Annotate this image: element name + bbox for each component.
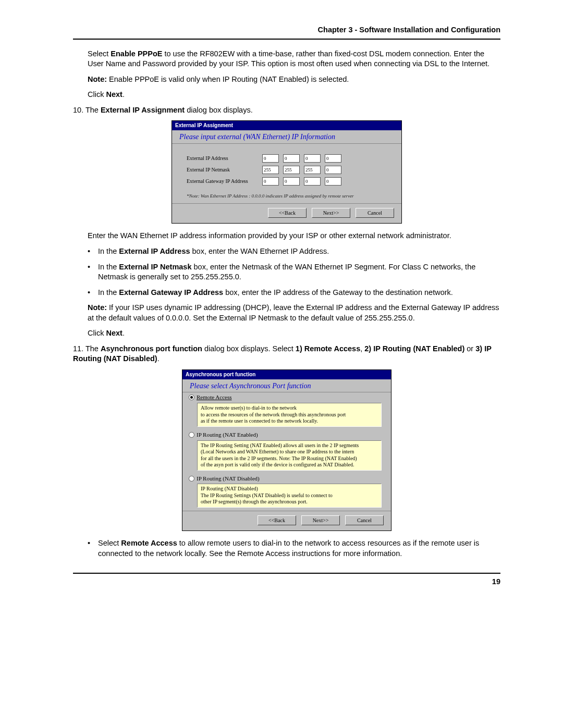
radio-icon[interactable] [189, 432, 194, 438]
text: . [123, 329, 125, 337]
dialog-button-row: <<Back Next>> Cancel [172, 203, 401, 224]
text: . [123, 90, 125, 98]
dialog-note: *Note: Wan Ethernet IP Address : 0.0.0.0… [187, 191, 392, 199]
text: Click [88, 90, 106, 98]
opt1: 1) Remote Access [296, 344, 360, 353]
desc-remote-access: Allow remote user(s) to dial-in to the n… [197, 403, 382, 427]
back-button[interactable]: <<Back [268, 208, 307, 218]
t: dialog box displays. Select [202, 344, 296, 353]
radio-label: Remote Access [197, 393, 232, 401]
ip-octet-input[interactable]: 255 [283, 166, 300, 174]
t: box, enter the IP address of the Gateway… [223, 288, 453, 297]
ip-octet-input[interactable]: 0 [283, 177, 300, 186]
note-label: Note: [88, 303, 107, 312]
next-button[interactable]: Next>> [301, 515, 340, 526]
bullet-icon: • [88, 262, 98, 282]
ip-octet-input[interactable]: 0 [262, 154, 279, 163]
text: In the External IP Netmask box, enter th… [98, 262, 500, 282]
dialog-prompt: Please input external (WAN Ethernet) IP … [172, 130, 401, 144]
term: External IP Netmask [119, 263, 191, 271]
wan-instruction: Enter the WAN Ethernet IP address inform… [88, 231, 500, 241]
term: External IP Assignment [101, 106, 185, 114]
opt2: 2) IP Routing (NAT Enabled) [364, 344, 464, 353]
dialog-body: External IP Address 0 0 0 0 External IP … [172, 144, 401, 203]
term: Asynchronous port function [101, 344, 202, 353]
async-port-function-dialog: Asynchronous port function Please select… [182, 369, 391, 531]
bullet-icon: • [88, 538, 98, 559]
text: If your ISP uses dynamic IP addressing (… [88, 303, 499, 322]
click-next-2: Click Next. [88, 328, 500, 339]
step-10: 10. The External IP Assignment dialog bo… [73, 105, 500, 116]
text: Click [88, 329, 106, 337]
next-button[interactable]: Next>> [312, 208, 350, 218]
t: or [464, 344, 475, 353]
label: External Gateway IP Address [187, 178, 262, 185]
t: . [157, 354, 160, 363]
page-footer: 19 [73, 573, 500, 587]
note-dhcp: Note: If your ISP uses dynamic IP addres… [88, 303, 500, 323]
dialog-titlebar: External IP Assignment [172, 121, 401, 130]
radio-ip-routing-nat-enabled[interactable]: IP Routing (NAT Enabled) [182, 430, 391, 440]
ip-octet-input[interactable]: 255 [262, 166, 279, 174]
next-term: Next [106, 329, 122, 337]
term: Remote Access [121, 539, 177, 547]
text: Enable PPPoE is valid only when IP Routi… [107, 75, 349, 83]
desc-nat-enabled: The IP Routing Setting (NAT Enabled) all… [197, 440, 382, 471]
ip-octet-input[interactable]: 0 [262, 177, 279, 186]
row-ip-address: External IP Address 0 0 0 0 [187, 154, 392, 163]
radio-label: IP Routing (NAT Disabled) [197, 475, 260, 483]
row-gateway: External Gateway IP Address 0 0 0 0 [187, 177, 392, 186]
note-label: Note: [88, 75, 107, 83]
text: 10. The [73, 106, 101, 114]
click-next-1: Click Next. [88, 90, 500, 100]
bullet-ext-ip-netmask: • In the External IP Netmask box, enter … [88, 262, 500, 282]
t: Select [98, 539, 121, 547]
next-term: Next [106, 90, 122, 98]
term: External IP Address [119, 247, 190, 255]
row-ip-netmask: External IP Netmask 255 255 255 0 [187, 166, 392, 174]
t: 11. The [73, 344, 101, 353]
radio-icon[interactable] [189, 394, 194, 400]
ip-octet-input[interactable]: 0 [325, 177, 341, 186]
radio-ip-routing-nat-disabled[interactable]: IP Routing (NAT Disabled) [182, 474, 391, 484]
bullet-ext-gateway: • In the External Gateway IP Address box… [88, 288, 500, 298]
page-header: Chapter 3 - Software Installation and Co… [73, 25, 500, 40]
dialog-prompt: Please select Asynchronous Port function [182, 379, 391, 393]
text: In the External IP Address box, enter th… [98, 246, 329, 257]
text: In the External Gateway IP Address box, … [98, 288, 453, 298]
back-button[interactable]: <<Back [258, 515, 296, 526]
radio-label: IP Routing (NAT Enabled) [197, 431, 258, 439]
bullet-icon: • [88, 246, 98, 257]
text: Select [88, 50, 111, 58]
enable-pppoe-term: Enable PPPoE [111, 50, 162, 58]
cancel-button[interactable]: Cancel [356, 208, 394, 218]
ip-octet-input[interactable]: 0 [325, 166, 341, 174]
note-pppoe: Note: Enable PPPoE is valid only when IP… [88, 75, 500, 85]
dialog-titlebar: Asynchronous port function [182, 370, 391, 379]
t: In the [98, 247, 119, 255]
dialog-button-row: <<Back Next>> Cancel [182, 511, 391, 531]
t: In the [98, 288, 119, 297]
text: Select Remote Access to allow remote use… [98, 538, 500, 559]
intro-paragraph: Select Enable PPPoE to use the RF802EW w… [88, 49, 500, 69]
ip-octet-input[interactable]: 0 [304, 177, 321, 186]
bullet-icon: • [88, 288, 98, 298]
t: box, enter the WAN Ethernet IP Address. [190, 247, 329, 255]
text: dialog box displays. [185, 106, 253, 114]
desc-nat-disabled: IP Routing (NAT Disabled) The IP Routing… [197, 484, 382, 508]
cancel-button[interactable]: Cancel [345, 515, 384, 526]
bullet-ext-ip-address: • In the External IP Address box, enter … [88, 246, 500, 257]
radio-icon[interactable] [189, 476, 194, 482]
step-11: 11. The Asynchronous port function dialo… [73, 344, 500, 364]
label: External IP Netmask [187, 166, 262, 174]
ip-octet-input[interactable]: 0 [325, 154, 341, 163]
t: In the [98, 263, 119, 271]
ip-octet-input[interactable]: 255 [304, 166, 321, 174]
label: External IP Address [187, 155, 262, 162]
external-ip-assignment-dialog: External IP Assignment Please input exte… [172, 120, 402, 224]
bullet-select-remote-access: • Select Remote Access to allow remote u… [88, 538, 500, 559]
ip-octet-input[interactable]: 0 [304, 154, 321, 163]
radio-remote-access[interactable]: Remote Access [182, 392, 391, 403]
ip-octet-input[interactable]: 0 [283, 154, 300, 163]
term: External Gateway IP Address [119, 288, 223, 297]
